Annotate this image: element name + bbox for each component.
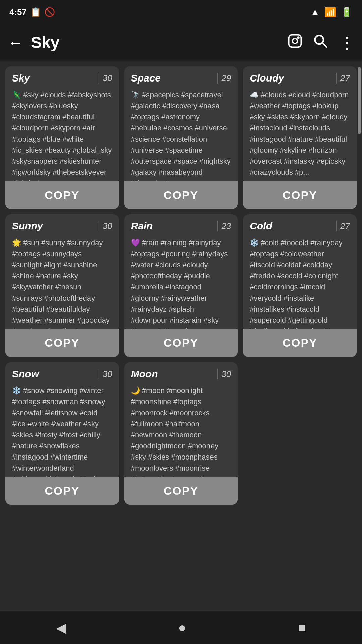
- card-sunny-tags: 🌟 #sun #sunny #sunnyday #toptags #sunnyd…: [5, 235, 119, 329]
- card-snow-copy-button[interactable]: COPY: [5, 477, 119, 505]
- card-snow-header: Snow 30: [5, 362, 119, 383]
- card-cloudy: Cloudy 27 ☁️ #clouds #cloud #cloudporn #…: [243, 66, 357, 209]
- instagram-icon[interactable]: [288, 34, 302, 51]
- card-sunny-count: 30: [103, 221, 112, 231]
- card-grid: Sky 30 🦎 #sky #clouds #fabskyshots #skyl…: [0, 61, 362, 510]
- card-sky: Sky 30 🦎 #sky #clouds #fabskyshots #skyl…: [5, 66, 119, 209]
- card-cloudy-tags: ☁️ #clouds #cloud #cloudporn #weather #t…: [243, 87, 357, 181]
- status-bar: 4:57 📋 🚫 ▲ 📶 🔋: [0, 0, 362, 24]
- scroll-indicator: [358, 67, 361, 134]
- svg-line-4: [322, 43, 326, 47]
- card-moon: Moon 30 🌙 #moon #moonlight #moonshine #t…: [124, 362, 238, 505]
- card-cold-title: Cold: [250, 220, 333, 232]
- svg-rect-0: [289, 35, 301, 47]
- card-cold-header: Cold 27: [243, 214, 357, 235]
- nav-bar: ◀ ● ■: [0, 610, 362, 644]
- card-cold-divider: [336, 221, 337, 231]
- battery-icon: 🔋: [341, 7, 353, 18]
- card-cold-tags: ❄️ #cold #toocold #rainyday #toptags #co…: [243, 235, 357, 329]
- card-snow-emoji: ❄️: [12, 386, 23, 395]
- svg-point-2: [298, 37, 299, 38]
- card-space-emoji: 🔭: [131, 91, 142, 99]
- card-sky-count: 30: [103, 73, 112, 84]
- card-cold-copy-button[interactable]: COPY: [243, 329, 357, 357]
- card-cloudy-divider: [336, 73, 337, 84]
- card-sunny-divider: [99, 221, 99, 231]
- page-title: Sky: [31, 33, 288, 52]
- card-cloudy-title: Cloudy: [250, 72, 333, 84]
- card-cloudy-count: 27: [340, 73, 350, 84]
- card-space-tags: 🔭 #spacepics #spacetravel #galactic #dis…: [124, 87, 238, 181]
- card-rain-copy-button[interactable]: COPY: [124, 329, 238, 357]
- card-snow-tags: ❄️ #snow #snowing #winter #toptags #snow…: [5, 383, 119, 477]
- top-bar-actions: ⋮: [288, 33, 354, 52]
- card-sunny-title: Sunny: [12, 220, 95, 232]
- card-moon-emoji: 🌙: [131, 386, 142, 395]
- svg-point-1: [293, 39, 298, 44]
- nav-recent-button[interactable]: ■: [298, 620, 306, 635]
- wifi-icon: ▲: [310, 7, 320, 17]
- card-space-count: 29: [221, 73, 231, 84]
- card-space-title: Space: [131, 72, 214, 84]
- card-cold-count: 27: [340, 221, 350, 231]
- card-cold: Cold 27 ❄️ #cold #toocold #rainyday #top…: [243, 214, 357, 357]
- card-rain-header: Rain 23: [124, 214, 238, 235]
- card-moon-header: Moon 30: [124, 362, 238, 383]
- card-space: Space 29 🔭 #spacepics #spacetravel #gala…: [124, 66, 238, 209]
- card-cloudy-emoji: ☁️: [250, 91, 261, 99]
- card-snow-divider: [99, 369, 99, 379]
- clipboard-icon: 📋: [30, 7, 41, 17]
- status-left: 4:57 📋 🚫: [9, 7, 55, 17]
- card-sunny-copy-button[interactable]: COPY: [5, 329, 119, 357]
- card-cloudy-copy-button[interactable]: COPY: [243, 181, 357, 209]
- card-cloudy-header: Cloudy 27: [243, 66, 357, 87]
- card-sky-title: Sky: [12, 72, 95, 84]
- card-sunny-header: Sunny 30: [5, 214, 119, 235]
- card-sunny-emoji: 🌟: [12, 238, 23, 247]
- card-sunny: Sunny 30 🌟 #sun #sunny #sunnyday #toptag…: [5, 214, 119, 357]
- card-moon-title: Moon: [131, 368, 214, 380]
- card-space-divider: [217, 73, 218, 84]
- card-space-copy-button[interactable]: COPY: [124, 181, 238, 209]
- card-moon-tags: 🌙 #moon #moonlight #moonshine #toptags #…: [124, 383, 238, 477]
- card-rain: Rain 23 💜 #rain #raining #rainyday #topt…: [124, 214, 238, 357]
- card-sky-header: Sky 30: [5, 66, 119, 87]
- nav-home-button[interactable]: ●: [178, 620, 186, 635]
- card-sky-copy-button[interactable]: COPY: [5, 181, 119, 209]
- card-cold-emoji: ❄️: [250, 238, 261, 247]
- signal-icon: 📶: [324, 7, 336, 18]
- card-rain-title: Rain: [131, 220, 214, 232]
- back-button[interactable]: ←: [8, 34, 23, 51]
- more-options-icon[interactable]: ⋮: [339, 33, 354, 52]
- card-moon-count: 30: [221, 369, 231, 379]
- card-rain-divider: [217, 221, 218, 231]
- card-rain-emoji: 💜: [131, 238, 142, 247]
- nav-back-button[interactable]: ◀: [56, 620, 66, 635]
- search-icon[interactable]: [313, 34, 328, 51]
- status-icons: ▲ 📶 🔋: [310, 7, 353, 18]
- status-time: 4:57: [9, 7, 27, 17]
- card-sky-tags: 🦎 #sky #clouds #fabskyshots #skylovers #…: [5, 87, 119, 181]
- card-rain-count: 23: [221, 221, 231, 231]
- card-snow: Snow 30 ❄️ #snow #snowing #winter #topta…: [5, 362, 119, 505]
- card-rain-tags: 💜 #rain #raining #rainyday #toptags #pou…: [124, 235, 238, 329]
- card-snow-title: Snow: [12, 368, 95, 380]
- top-bar: ← Sky ⋮: [0, 24, 362, 61]
- card-moon-divider: [217, 369, 218, 379]
- card-space-header: Space 29: [124, 66, 238, 87]
- card-snow-count: 30: [103, 369, 112, 379]
- card-sky-divider: [99, 73, 99, 84]
- card-sky-emoji: 🦎: [12, 91, 23, 99]
- block-icon: 🚫: [44, 7, 55, 17]
- card-moon-copy-button[interactable]: COPY: [124, 477, 238, 505]
